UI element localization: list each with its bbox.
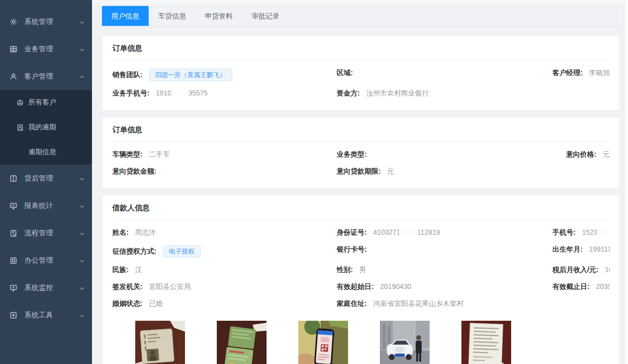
chevron-down-icon [79,312,85,318]
gear-icon [9,18,17,26]
field-mobile: 手机号: 15236137 [552,224,610,241]
sidebar-subitem-label: 逾期信息 [28,148,56,157]
sidebar-item-report-statistics[interactable]: 报表统计 [0,192,92,219]
photo-item: 人车合影 [380,321,430,364]
sidebar-item-office-management[interactable]: 办公管理 [0,247,92,274]
chevron-down-icon [79,230,85,236]
tab-panel-user-info: 订单信息 销售团队: 四团一营（直属王鹏飞） 区域: 客户经理: [92,26,628,364]
monitor-check-icon [9,284,17,292]
sidebar-subitem-label: 所有客户 [28,98,56,107]
sidebar-item-system-management[interactable]: 系统管理 [0,8,92,35]
sidebar-item-process-management[interactable]: 流程管理 [0,219,92,247]
chevron-down-icon [79,46,85,52]
photo-item: 本人照 [135,321,185,364]
field-intent-loan-amount: 意向贷款金额: [112,163,337,180]
field-marital-status: 婚姻状态: 已婚 [112,295,337,312]
vertical-scrollbar[interactable] [624,0,628,364]
tab-loan-application-docs[interactable]: 申贷资料 [195,6,242,26]
id-card-photo-thumbnail[interactable] [135,321,185,364]
photo-item: 驾驶证照片 [217,321,267,364]
main-content: 用户信息 车贷信息 申贷资料 审批记录 订单信息 销售团队: 四团一营（直属王鹏… [92,0,628,364]
document-photos-row: 本人照 [112,321,610,364]
field-valid-to: 有效截止日: 20390430 [552,278,610,295]
field-sales-team: 销售团队: 四团一营（直属王鹏飞） [112,65,337,85]
peoples-icon [16,99,24,106]
grid-icon [9,45,17,53]
chevron-down-icon [79,258,85,264]
sidebar-item-label: 系统管理 [24,17,53,26]
redaction-blur [172,90,188,96]
field-business-phone: 业务手机号: 181095575 [112,85,337,102]
redaction-blur [401,229,417,235]
license-photo-thumbnail[interactable] [217,321,267,364]
document-photo-thumbnail[interactable] [461,321,511,364]
photo-item: 授权证明 [298,321,348,364]
field-id-number: 身份证号: 4103271112819 [337,224,552,241]
field-intent-price: 意向价格: 元 [552,146,610,163]
field-ethnicity: 民族: 汉 [112,262,337,278]
field-gender: 性别: 男 [337,262,552,278]
card-title: 订单信息 [112,124,610,142]
sidebar-item-system-monitor[interactable]: 系统监控 [0,274,92,301]
field-bank-card: 银行卡号: [337,241,552,262]
sidebar-item-label: 报表统计 [24,201,53,210]
columns-icon [9,175,17,182]
order-info-card: 订单信息 销售团队: 四团一营（直属王鹏飞） 区域: 客户经理: [102,35,620,110]
sidebar-item-label: 系统工具 [24,311,53,320]
borrower-info-card: 借款人信息 姓名: 周志洋 身份证号: 4103271112819 手机号: [102,195,620,364]
card-title: 借款人信息 [112,202,610,220]
field-vehicle-type: 车辆类型: 二手车 [112,146,337,163]
square-icon [9,257,17,265]
credit-auth-tag: 电子授权 [163,245,201,258]
sales-team-tag[interactable]: 四团一营（直属王鹏飞） [149,69,232,81]
chevron-down-icon [79,176,85,182]
app-window: 系统管理 业务管理 客户管理 所有客户 [0,0,628,364]
tab-approval-records[interactable]: 审批记录 [242,6,289,26]
clipboard-icon [9,229,17,237]
monitor-icon [9,202,17,210]
field-home-address: 家庭住址: 河南省宜阳县花果山乡木柴村 [337,295,552,312]
qr-auth-photo-thumbnail[interactable] [298,321,348,364]
field-intent-loan-term: 意向贷款期限: 元 [337,163,552,180]
photo-item: 其他材料 [461,321,511,364]
tab-user-info[interactable]: 用户信息 [102,6,149,26]
field-issuing-authority: 签发机关: 宜阳县公安局 [112,278,337,295]
sidebar-item-customer-management[interactable]: 客户管理 [0,63,92,90]
sidebar-item-label: 业务管理 [24,45,53,54]
sidebar-item-postloan-management[interactable]: 贷后管理 [0,165,92,192]
tab-car-loan-info[interactable]: 车贷信息 [149,6,195,26]
box-icon [9,311,17,319]
chevron-down-icon [79,203,85,209]
sidebar-item-system-tools[interactable]: 系统工具 [0,301,92,329]
field-funder: 资金方: 汝州市农村商业银行 [337,85,552,102]
field-name: 姓名: 周志洋 [112,224,337,241]
field-monthly-income: 税后月收入/元: 10000 [552,262,610,278]
field-business-type: 业务类型: [337,146,552,163]
sidebar-subitem-all-customers[interactable]: 所有客户 [0,90,92,115]
sidebar-subitem-my-overdue[interactable]: 我的逾期 [0,115,92,140]
field-credit-auth-method: 征信授权方式: 电子授权 [112,241,337,262]
field-customer-manager: 客户经理: 李晓旭 [552,65,610,85]
redaction-blur [598,229,610,235]
sidebar-item-label: 贷后管理 [24,174,53,183]
tab-bar: 用户信息 车贷信息 申贷资料 审批记录 [102,6,628,26]
sidebar-item-label: 系统监控 [24,283,53,292]
field-birth-date: 出生年月: 19911111 [552,241,610,262]
document-icon [16,124,24,131]
field-region: 区域: [337,65,552,85]
top-strip [92,0,628,4]
person-car-photo-thumbnail[interactable] [380,321,430,364]
chevron-up-icon [79,74,85,80]
chevron-down-icon [79,19,85,25]
card-title: 订单信息 [112,43,610,60]
sidebar-subitem-overdue-info[interactable]: 逾期信息 [0,140,92,165]
sidebar-item-label: 客户管理 [24,72,53,81]
sidebar-item-label: 流程管理 [24,229,53,238]
sidebar-item-label: 办公管理 [24,256,53,265]
chevron-down-icon [79,285,85,291]
sidebar-subitem-label: 我的逾期 [28,123,56,132]
user-icon [9,73,17,81]
customer-management-submenu: 所有客户 我的逾期 逾期信息 [0,90,92,165]
sidebar-item-business-management[interactable]: 业务管理 [0,35,92,63]
field-valid-from: 有效起始日: 20190430 [337,278,552,295]
